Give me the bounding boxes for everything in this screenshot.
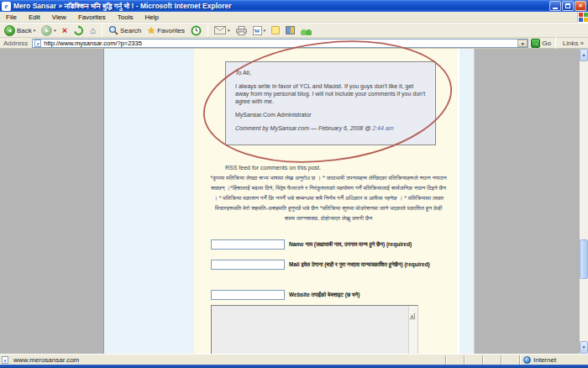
refresh-icon (73, 25, 84, 36)
mail-field-row: Mail इमेल ठेगाना (सही र पुरा नभएमा मान्य… (211, 260, 459, 270)
menu-view[interactable]: View (46, 12, 72, 23)
name-label: Name नाम (जथाभावी नाम, उपनाम मान्य हुने … (289, 241, 412, 247)
favorites-button[interactable]: ★ Favorites (145, 24, 186, 37)
favorites-label: Favorites (157, 27, 185, 34)
menu-tools[interactable]: Tools (112, 12, 139, 23)
address-input[interactable]: e http://www.mysansar.com/?p=2335 ▼ (32, 39, 528, 48)
website-label: Website तपाईंको वेबसाइट (छ भने) (289, 292, 360, 297)
scroll-down-button[interactable]: ▼ (580, 341, 588, 354)
address-url[interactable]: http://www.mysansar.com/?p=2335 (44, 39, 517, 47)
messenger-button[interactable] (299, 24, 313, 37)
mail-dropdown-icon[interactable]: ▾ (228, 29, 230, 33)
menu-bar: File Edit View Favorites Tools Help (0, 12, 588, 23)
zone-label: Internet (533, 356, 556, 364)
address-dropdown-icon[interactable]: ▼ (517, 39, 528, 47)
status-text: www.merosansar.com (13, 356, 79, 364)
back-dropdown-icon[interactable]: ▾ (34, 29, 36, 33)
stop-button[interactable]: × (60, 24, 69, 37)
home-button[interactable]: ⌂ (88, 24, 97, 37)
research-icon (286, 26, 295, 34)
standard-toolbar: ◀ Back ▾ ▶ ▾ × ⌂ Search (0, 23, 588, 38)
home-icon: ⌂ (90, 26, 96, 35)
comment-meta: Comment by MySansar.com — February 6, 20… (235, 124, 426, 132)
comment-meta-text: Comment by MySansar.com — February 6, 20… (235, 125, 370, 131)
comment-box: To All, I always write in favor of YCL a… (225, 61, 436, 145)
links-chevron-icon: » (580, 39, 584, 47)
print-icon (236, 26, 247, 35)
go-button[interactable]: → Go (531, 39, 551, 48)
back-button[interactable]: ◀ Back ▾ (3, 24, 37, 37)
comment-body: I always write in favor of YCL and Maois… (235, 82, 426, 105)
window-title: Mero Sansar » नडिक्किन भनि बुद्धि गर्नु … (13, 2, 549, 11)
links-label: Links (563, 39, 579, 47)
comment-time-link[interactable]: 2:44 am (372, 125, 393, 131)
security-zone-pane: Internet (519, 355, 586, 365)
menu-help[interactable]: Help (139, 12, 164, 23)
rss-feed-link[interactable]: RSS feed for comments on this post. (225, 165, 321, 171)
refresh-button[interactable] (71, 24, 86, 37)
status-pane (482, 355, 501, 365)
restore-button[interactable] (562, 1, 574, 11)
search-icon (108, 25, 118, 35)
name-field-row: Name नाम (जथाभावी नाम, उपनाम मान्य हुने … (211, 239, 459, 250)
mail-label: Mail इमेल ठेगाना (सही र पुरा नभएमा मान्य… (289, 261, 430, 267)
ie-page-icon: e (34, 39, 41, 47)
search-label: Search (120, 27, 141, 34)
favorites-icon: ★ (147, 26, 155, 35)
links-button[interactable]: Links » (560, 39, 586, 47)
forward-icon: ▶ (41, 25, 52, 36)
comment-greeting: To All, (235, 69, 426, 76)
textarea-scroll-up-icon[interactable]: ▲ (409, 313, 415, 319)
globe-icon (523, 356, 531, 364)
status-pane (501, 355, 519, 365)
website-field-row: Website तपाईंको वेबसाइट (छ भने) (211, 290, 459, 300)
mail-input[interactable] (211, 260, 285, 270)
comment-textarea[interactable]: ▲ (211, 305, 418, 354)
back-label: Back (17, 27, 32, 34)
go-arrow-icon: → (531, 39, 540, 48)
page-left-column (103, 49, 194, 354)
status-bar: e www.merosansar.com Internet (0, 354, 588, 365)
restore-icon (565, 3, 570, 8)
toolbar-separator (207, 24, 208, 36)
search-button[interactable]: Search (107, 24, 143, 37)
scrollbar-thumb[interactable] (580, 239, 588, 279)
edit-dropdown-icon[interactable]: ▾ (264, 29, 266, 33)
menu-file[interactable]: File (0, 12, 23, 23)
address-label: Address (2, 39, 29, 47)
ie-logo-icon: e (2, 2, 11, 11)
window-scrollbar[interactable]: ▲ ▼ (580, 49, 588, 354)
messenger-icon (301, 26, 312, 35)
forward-button[interactable]: ▶ ▾ (39, 24, 58, 37)
status-page-icon: e (2, 356, 8, 364)
textarea-scrollbar[interactable]: ▲ (408, 306, 417, 354)
toolbar-separator (102, 24, 102, 36)
mail-button[interactable]: ▾ (213, 24, 232, 37)
mail-icon (214, 26, 226, 34)
scroll-up-button[interactable]: ▲ (580, 49, 588, 61)
minimize-button[interactable] (549, 1, 561, 11)
status-pane (445, 355, 464, 365)
edit-button[interactable]: W ▾ (251, 24, 268, 37)
window-bottom-border (0, 365, 588, 368)
address-bar: Address e http://www.mysansar.com/?p=233… (0, 38, 588, 49)
addressbar-separator (555, 37, 556, 49)
title-bar: e Mero Sansar » नडिक्किन भनि बुद्धि गर्न… (0, 0, 588, 12)
menu-favorites[interactable]: Favorites (72, 12, 112, 23)
page-viewport: To All, I always write in favor of YCL a… (0, 49, 588, 354)
close-button[interactable]: × (575, 1, 586, 11)
history-button[interactable] (189, 24, 203, 37)
discuss-button[interactable] (270, 24, 281, 37)
back-icon: ◀ (4, 25, 15, 36)
website-input[interactable] (211, 290, 285, 300)
stop-icon: × (62, 26, 67, 35)
page-right-column (459, 49, 475, 354)
windows-logo-icon (577, 12, 588, 23)
go-label: Go (542, 39, 551, 47)
research-button[interactable] (284, 24, 297, 37)
minimize-icon (553, 8, 558, 9)
print-button[interactable] (234, 24, 249, 37)
name-input[interactable] (211, 239, 285, 250)
forward-dropdown-icon[interactable]: ▾ (54, 29, 56, 33)
menu-edit[interactable]: Edit (23, 12, 46, 23)
